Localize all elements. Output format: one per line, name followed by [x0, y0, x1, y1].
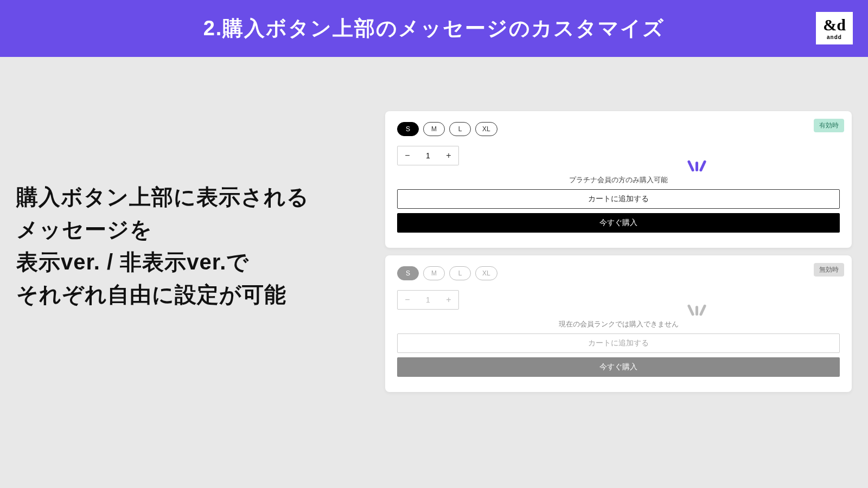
- size-selector: S M L XL: [397, 122, 840, 136]
- brand-logo: &d andd: [816, 12, 853, 44]
- example-card-disabled: 無効時 S M L XL − 1 + 現在の会員ランクでは購入できません カート…: [385, 255, 852, 392]
- accent-marks-icon: [690, 160, 704, 172]
- desc-line-2: メッセージを: [16, 213, 363, 246]
- accent-marks-icon: [690, 304, 704, 316]
- qty-increase-button[interactable]: +: [439, 146, 458, 165]
- status-badge-enabled: 有効時: [814, 119, 844, 132]
- size-option-m[interactable]: M: [423, 122, 445, 136]
- desc-line-4: それぞれ自由に設定が可能: [16, 278, 363, 311]
- quantity-stepper: − 1 +: [397, 290, 459, 310]
- desc-line-3: 表示ver. / 非表示ver.で: [16, 246, 363, 278]
- quantity-row: − 1 +: [397, 146, 840, 165]
- qty-decrease-button[interactable]: −: [398, 291, 417, 309]
- size-option-l[interactable]: L: [449, 122, 471, 136]
- desc-line-1: 購入ボタン上部に表示される: [16, 181, 363, 213]
- size-option-m[interactable]: M: [423, 266, 445, 280]
- examples-panel: 有効時 S M L XL − 1 + プラチナ会員の方のみ購入可能 カートに追加…: [385, 111, 852, 392]
- size-option-l[interactable]: L: [449, 266, 471, 280]
- buy-now-button[interactable]: 今すぐ購入: [397, 357, 840, 377]
- logo-sub: andd: [827, 34, 842, 40]
- size-option-s[interactable]: S: [397, 266, 419, 280]
- size-option-xl[interactable]: XL: [475, 266, 497, 280]
- status-badge-disabled: 無効時: [814, 263, 844, 277]
- buy-now-button[interactable]: 今すぐ購入: [397, 213, 840, 233]
- content-area: 購入ボタン上部に表示される メッセージを 表示ver. / 非表示ver.で そ…: [0, 57, 868, 392]
- purchase-message: 現在の会員ランクでは購入できません: [397, 319, 840, 329]
- example-card-enabled: 有効時 S M L XL − 1 + プラチナ会員の方のみ購入可能 カートに追加…: [385, 111, 852, 248]
- description-text: 購入ボタン上部に表示される メッセージを 表示ver. / 非表示ver.で そ…: [16, 111, 363, 392]
- purchase-message: プラチナ会員の方のみ購入可能: [397, 175, 840, 185]
- qty-value: 1: [417, 296, 439, 304]
- qty-increase-button[interactable]: +: [439, 291, 458, 309]
- logo-main: &d: [823, 17, 846, 33]
- quantity-row: − 1 +: [397, 290, 840, 310]
- size-selector: S M L XL: [397, 266, 840, 280]
- page-header: 2.購入ボタン上部のメッセージのカスタマイズ &d andd: [0, 0, 868, 57]
- qty-value: 1: [417, 151, 439, 160]
- add-to-cart-button[interactable]: カートに追加する: [397, 189, 840, 209]
- qty-decrease-button[interactable]: −: [398, 146, 417, 165]
- size-option-s[interactable]: S: [397, 122, 419, 136]
- add-to-cart-button[interactable]: カートに追加する: [397, 333, 840, 353]
- message-wrap: 現在の会員ランクでは購入できません: [397, 319, 840, 329]
- header-title: 2.購入ボタン上部のメッセージのカスタマイズ: [203, 15, 665, 42]
- size-option-xl[interactable]: XL: [475, 122, 497, 136]
- message-wrap: プラチナ会員の方のみ購入可能: [397, 175, 840, 185]
- quantity-stepper: − 1 +: [397, 146, 459, 165]
